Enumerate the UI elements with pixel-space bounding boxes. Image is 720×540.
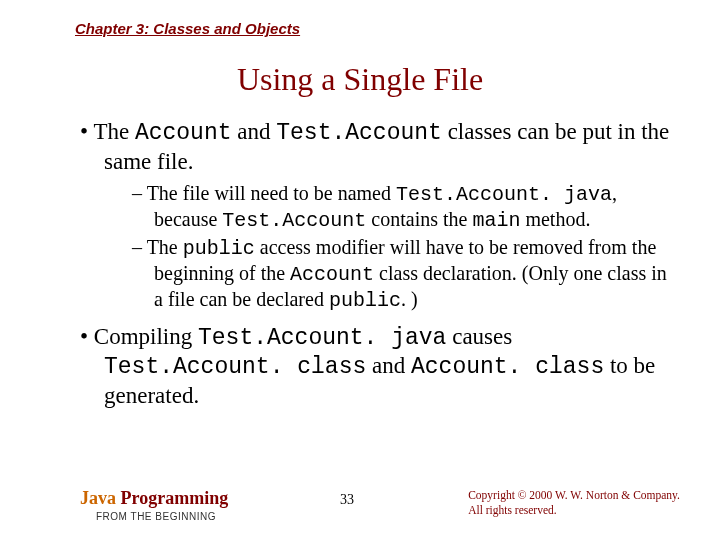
sub-item-2: The public access modifier will have to … (132, 235, 670, 313)
text: The (93, 119, 135, 144)
text: The (147, 236, 183, 258)
book-subtitle: FROM THE BEGINNING (96, 511, 228, 522)
chapter-heading: Chapter 3: Classes and Objects (75, 20, 670, 37)
text: . ) (401, 288, 418, 310)
bullet-item-2: Compiling Test.Account. java causes Test… (80, 323, 670, 411)
slide: Chapter 3: Classes and Objects Using a S… (0, 0, 720, 540)
copyright-line2: All rights reserved. (468, 503, 680, 518)
code: public (183, 237, 255, 260)
code: Test.Account (276, 120, 442, 146)
slide-title: Using a Single File (50, 61, 670, 98)
sub-item-1: The file will need to be named Test.Acco… (132, 181, 670, 233)
code: Test.Account. java (198, 325, 446, 351)
book-title-word1: Java (80, 488, 116, 508)
book-branding: Java Programming FROM THE BEGINNING (80, 488, 228, 522)
code: main (472, 209, 520, 232)
book-title: Java Programming (80, 488, 228, 509)
text: and (366, 353, 411, 378)
text: and (232, 119, 277, 144)
code: Account (135, 120, 232, 146)
code: Test.Account. java (396, 183, 612, 206)
text: causes (446, 324, 512, 349)
bullet-item-1: The Account and Test.Account classes can… (80, 118, 670, 313)
sub-list: The file will need to be named Test.Acco… (104, 181, 670, 313)
code: public (329, 289, 401, 312)
bullet-list: The Account and Test.Account classes can… (80, 118, 670, 411)
copyright: Copyright © 2000 W. W. Norton & Company.… (468, 488, 680, 518)
book-title-word2: Programming (116, 488, 228, 508)
text: method. (520, 208, 590, 230)
text: contains the (366, 208, 472, 230)
copyright-line1: Copyright © 2000 W. W. Norton & Company. (468, 488, 680, 503)
code: Test.Account. class (104, 354, 366, 380)
page-number: 33 (340, 492, 354, 508)
code: Test.Account (222, 209, 366, 232)
code: Account. class (411, 354, 604, 380)
code: Account (290, 263, 374, 286)
text: Compiling (94, 324, 198, 349)
text: The file will need to be named (147, 182, 396, 204)
